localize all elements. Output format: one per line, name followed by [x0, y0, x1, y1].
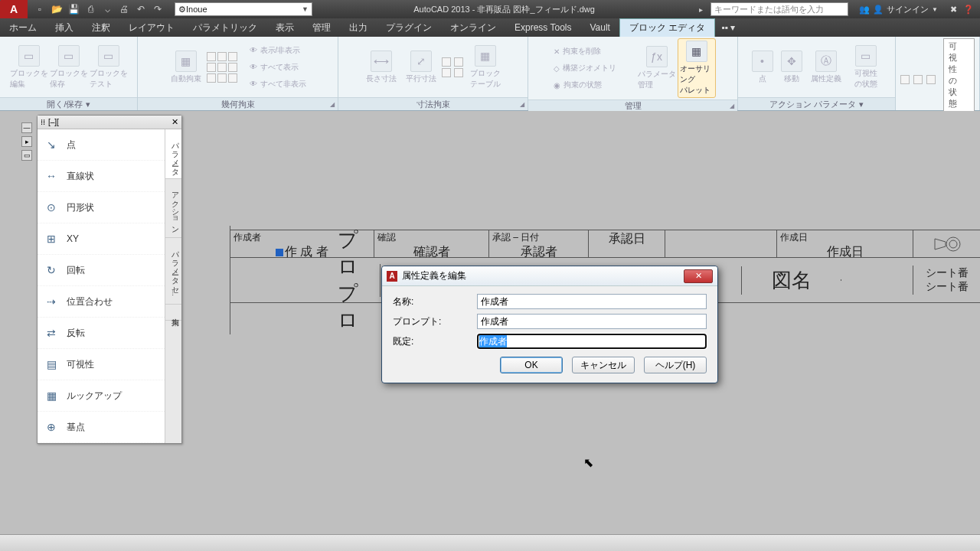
point-button[interactable]: •点	[749, 51, 776, 84]
palette-item-xy[interactable]: ⊞XY	[38, 223, 165, 255]
tab-annotate[interactable]: 注釈	[83, 18, 119, 37]
tab-layout[interactable]: レイアウト	[119, 18, 184, 37]
ribbon: ▭ブロックを編集 ▭ブロックを保存 ▭ブロックをテスト 開く/保存 ▾ ▦自動拘…	[0, 37, 980, 111]
linear-dim-button[interactable]: ⟷長さ寸法	[362, 51, 400, 84]
palette-item-basepoint[interactable]: ⊕基点	[38, 412, 165, 443]
help-button[interactable]: ヘルプ(H)	[644, 357, 707, 373]
tb-drawing-name: 図名	[772, 267, 812, 294]
tab-view[interactable]: 表示	[266, 18, 303, 37]
constraint-grid[interactable]	[207, 52, 237, 83]
cancel-button[interactable]: キャンセル	[572, 357, 635, 373]
move-button[interactable]: ✥移動	[778, 51, 805, 84]
window-title: AutoCAD 2013 - 非再販品 図枠_フィールド.dwg	[312, 4, 696, 15]
block-table-button[interactable]: ▦ブロック テーブル	[466, 45, 505, 90]
palette-item-polar[interactable]: ⊙円形状	[38, 192, 165, 223]
user-icon: 👥	[859, 5, 870, 15]
palette-grip-icon[interactable]: ⁞⁞	[41, 118, 45, 126]
test-block-button[interactable]: ▭ブロックをテスト	[90, 45, 128, 90]
svg-point-0	[946, 237, 960, 251]
tab-home[interactable]: ホーム	[0, 18, 46, 37]
save-block-button[interactable]: ▭ブロックを保存	[50, 45, 88, 90]
palette-item-point[interactable]: ↘点	[38, 129, 165, 161]
projection-symbol-icon	[932, 233, 962, 256]
open-icon[interactable]: 📂	[51, 3, 63, 15]
ok-button[interactable]: OK	[500, 357, 563, 373]
show-hide-button[interactable]: 👁表示/非表示	[247, 43, 309, 58]
palette-item-flip[interactable]: ⇄反転	[38, 318, 165, 349]
search-dd-icon[interactable]: ▸	[696, 5, 706, 14]
palette-tab-paramset[interactable]: パラメータ セ...	[165, 238, 181, 305]
dialog-titlebar[interactable]: A 属性定義を編集 ✕	[382, 266, 717, 286]
aligned-dim-button[interactable]: ⤢平行寸法	[402, 51, 440, 84]
tab-online[interactable]: オンライン	[441, 18, 505, 37]
tab-plugin[interactable]: プラグイン	[377, 18, 441, 37]
auto-constrain-button[interactable]: ▦自動拘束	[167, 51, 205, 84]
palette-item-linear[interactable]: ↔直線状	[38, 161, 165, 192]
hide-all-button[interactable]: 👁すべて非表示	[247, 77, 309, 92]
plot-icon[interactable]: ⌵	[101, 3, 113, 15]
anchor-box-icon[interactable]: ▭	[21, 150, 32, 161]
save-icon[interactable]: 💾	[67, 3, 80, 15]
panel-dimensional[interactable]: 寸法拘束◢	[338, 97, 528, 110]
anchor-pin-icon[interactable]: —	[21, 122, 32, 133]
palette-tab-action[interactable]: アクション	[165, 179, 181, 238]
tag-label: 名称:	[393, 295, 477, 308]
palette-header[interactable]: ⁞⁞ [–][ ✕	[38, 116, 181, 129]
tab-block-editor[interactable]: ブロック エディタ	[619, 18, 715, 37]
undo-icon[interactable]: ↶	[135, 3, 147, 15]
search-input[interactable]: キーワードまたは語句を入力	[710, 2, 848, 16]
show-all-button[interactable]: 👁すべて表示	[247, 60, 309, 75]
palette-item-lookup[interactable]: ▦ルックアップ	[38, 380, 165, 412]
anchor-arrow-icon[interactable]: ▸	[21, 136, 32, 147]
dim-grid[interactable]	[442, 57, 465, 77]
panel-geometric[interactable]: 幾何拘束◢	[138, 97, 338, 110]
construction-geom-button[interactable]: ◇構築ジオメトリ	[550, 60, 619, 76]
tag-input[interactable]	[477, 294, 707, 309]
svg-point-1	[949, 240, 957, 248]
tab-vault[interactable]: Vault	[580, 18, 619, 37]
eye-icon: 👁	[250, 46, 257, 54]
palette-item-rotation[interactable]: ↻回転	[38, 255, 165, 286]
default-label: 既定:	[393, 335, 477, 348]
attr-def-button[interactable]: Ⓐ属性定義	[807, 51, 845, 84]
tab-overflow[interactable]: ▪▪ ▾	[715, 18, 741, 37]
tab-output[interactable]: 出力	[340, 18, 377, 37]
vis-grid[interactable]	[900, 75, 937, 84]
sign-in[interactable]: 👥 👤 サインイン ▼	[853, 4, 944, 15]
palette-tab-constraint[interactable]: 拘束	[165, 305, 181, 321]
palette-item-alignment[interactable]: ⇢位置合わせ	[38, 286, 165, 318]
status-bar[interactable]	[0, 534, 980, 551]
palette-tab-parameter[interactable]: パラメータ	[165, 129, 181, 179]
tb-approve-value: 承認者	[521, 244, 557, 260]
delete-constraint-button[interactable]: ✕拘束を削除	[550, 44, 619, 59]
panel-manage[interactable]: 管理◢	[528, 99, 737, 112]
new-icon[interactable]: ▫	[34, 3, 46, 15]
exchange-icon[interactable]: ✖	[950, 5, 957, 15]
tab-manage[interactable]: 管理	[303, 18, 340, 37]
tab-parametric[interactable]: パラメトリック	[184, 18, 266, 37]
edit-block-button[interactable]: ▭ブロックを編集	[10, 45, 48, 90]
close-icon[interactable]: ✕	[172, 117, 178, 127]
palette-item-visibility[interactable]: ▤可視性	[38, 349, 165, 380]
param-manager-button[interactable]: ƒxパラメータ 管理	[638, 46, 676, 90]
align-icon: ⇢	[44, 294, 59, 309]
vis-state-button[interactable]: ▭可視性 の状態	[847, 45, 885, 90]
redo-icon[interactable]: ↷	[152, 3, 164, 15]
saveas-icon[interactable]: ⎙	[84, 3, 96, 15]
workspace-name: Inoue	[186, 5, 207, 14]
default-input[interactable]	[477, 334, 707, 349]
tab-express[interactable]: Express Tools	[505, 18, 580, 37]
tab-insert[interactable]: 挿入	[46, 18, 83, 37]
person-icon: 👤	[873, 5, 884, 15]
prompt-input[interactable]	[477, 314, 707, 329]
close-button[interactable]: ✕	[684, 269, 713, 283]
workspace-selector[interactable]: ⚙ Inoue ▼	[175, 2, 312, 16]
help-icon[interactable]: ❓	[963, 5, 974, 15]
print-icon[interactable]: 🖨	[118, 3, 130, 15]
visibility-dropdown[interactable]: 可視性の状態0	[943, 38, 975, 121]
panel-action-param[interactable]: アクション パラメータ ▾	[738, 97, 895, 110]
panel-open-save[interactable]: 開く/保存 ▾	[0, 97, 137, 110]
authoring-palette-button[interactable]: ▦オーサリング パレット	[678, 38, 716, 98]
constraint-status-button[interactable]: ◉拘束の状態	[550, 77, 619, 93]
app-logo[interactable]: A	[0, 0, 28, 18]
